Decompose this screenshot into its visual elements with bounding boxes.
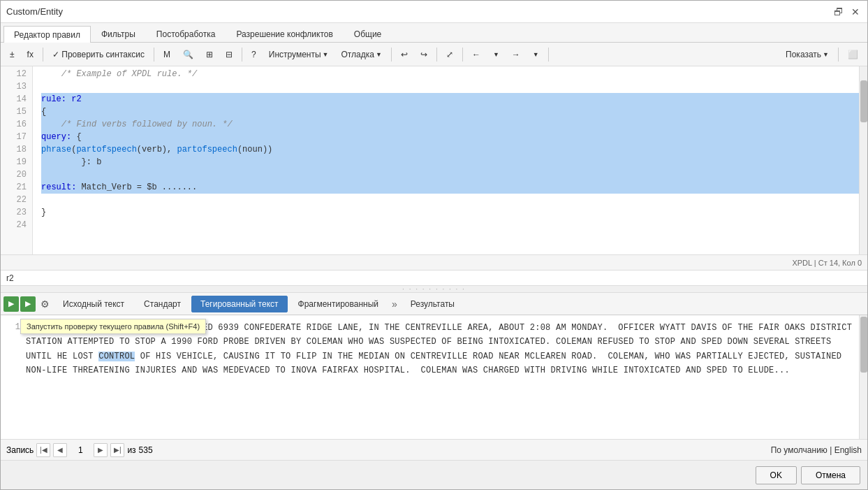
- check-syntax-button[interactable]: ✓ Проверить синтаксис: [47, 48, 149, 62]
- record-label: Запись: [6, 445, 34, 455]
- nav-next-button[interactable]: ▶: [94, 443, 108, 457]
- back-arrow-dropdown[interactable]: ▼: [488, 49, 504, 60]
- forward-arrow-dropdown[interactable]: ▼: [528, 49, 544, 60]
- code-line-18: phrase(partofspeech(verb), partofspeech(…: [41, 143, 859, 156]
- code-line-14: rule: r2: [41, 93, 859, 106]
- code-line-12: /* Example of XPDL rule. */: [41, 68, 859, 80]
- code-line-19: }: b: [41, 156, 859, 168]
- title-bar-controls: 🗗 ✕: [832, 6, 862, 18]
- search-button[interactable]: 🔍: [178, 48, 198, 62]
- editor-scrollbar-thumb[interactable]: [860, 80, 867, 122]
- rule-name-bar: r2: [1, 271, 867, 286]
- back-arrow-icon: ▼: [493, 51, 499, 58]
- play-current-button[interactable]: ▶ Запустить проверку текущего правила (S…: [20, 296, 36, 312]
- separator-2: [154, 48, 154, 62]
- separator-7: [548, 48, 549, 62]
- code-line-20: [41, 168, 859, 181]
- show-dropdown[interactable]: Показать ▼: [781, 48, 834, 62]
- tab-editor[interactable]: Редактор правил: [3, 26, 91, 43]
- nav-prev-button[interactable]: ◀: [53, 443, 67, 457]
- help-button[interactable]: ?: [247, 48, 261, 62]
- redo-button[interactable]: ↪: [415, 48, 432, 62]
- separator-3: [242, 48, 242, 62]
- editor-area: 12 13 14 15 16 17 18 19 20 21 22 23 24 /…: [1, 66, 867, 460]
- line-numbers: 12 13 14 15 16 17 18 19 20 21 22 23 24: [1, 66, 33, 254]
- tooltip: Запустить проверку текущего правила (Shi…: [20, 319, 206, 334]
- debug-dropdown[interactable]: Отладка ▼: [337, 48, 387, 62]
- fx-button[interactable]: fx: [22, 48, 38, 62]
- tab-fragmented[interactable]: Фрагментированный: [289, 296, 388, 312]
- play-button[interactable]: ▶: [3, 296, 19, 312]
- bottom-tabs-bar: ▶ ▶ Запустить проверку текущего правила …: [1, 293, 867, 315]
- separator-5: [436, 48, 437, 62]
- cancel-button[interactable]: Отмена: [801, 466, 860, 484]
- title-bar: Custom/Entity 🗗 ✕: [1, 1, 867, 23]
- nav-bar-right: По умолчанию | English: [771, 445, 862, 455]
- text-scrollbar-thumb[interactable]: [860, 317, 867, 373]
- tab-filters[interactable]: Фильтры: [91, 25, 146, 42]
- nav-bar: Запись |◀ ◀ 1 ▶ ▶| из 535 По умолчанию |…: [1, 439, 867, 460]
- nav-last-button[interactable]: ▶|: [110, 443, 124, 457]
- toolbar-right: Показать ▼ ⬜: [781, 48, 863, 62]
- toolbar: ± fx ✓ Проверить синтаксис M 🔍 ⊞ ⊟ ? Инс…: [1, 43, 867, 66]
- tab-conflicts[interactable]: Разрешение конфликтов: [226, 25, 343, 42]
- m-button[interactable]: M: [159, 48, 175, 62]
- nav-total: 535: [139, 445, 153, 455]
- window-title: Custom/Entity: [6, 6, 63, 17]
- text-content-area: 1 FAIRFAX COUNTY, VA -- POLICE CHARGED 6…: [1, 315, 867, 439]
- separator-1: [43, 48, 43, 62]
- nav-current: 1: [70, 445, 91, 455]
- back-button[interactable]: ←: [467, 48, 485, 62]
- tab-standard[interactable]: Стандарт: [135, 296, 190, 312]
- editor-status: XPDL | Ст 14, Кол 0: [1, 255, 867, 271]
- settings-button[interactable]: ⚙: [37, 296, 52, 312]
- dialog-buttons: OK Отмена: [1, 460, 867, 489]
- tab-results[interactable]: Результаты: [402, 296, 464, 312]
- code-line-15: {: [41, 106, 859, 118]
- nav-first-button[interactable]: |◀: [36, 443, 50, 457]
- code-line-13: [41, 80, 859, 93]
- text-scrollbar[interactable]: [859, 315, 867, 439]
- undo-button[interactable]: ↩: [396, 48, 413, 62]
- text-main[interactable]: 1 FAIRFAX COUNTY, VA -- POLICE CHARGED 6…: [1, 315, 859, 439]
- code-line-23: }: [41, 206, 859, 219]
- code-content[interactable]: /* Example of XPDL rule. */ rule: r2 { /…: [33, 66, 859, 254]
- maximize-editor-button[interactable]: ⬜: [843, 48, 863, 62]
- table-button[interactable]: ⊞: [201, 48, 218, 62]
- resize-handle[interactable]: · · · · · · · · · ·: [1, 286, 867, 293]
- tab-source-text[interactable]: Исходный текст: [54, 296, 133, 312]
- minimize-button[interactable]: 🗗: [832, 6, 845, 18]
- separator-4: [391, 48, 392, 62]
- bottom-panel: ▶ ▶ Запустить проверку текущего правила …: [1, 293, 867, 460]
- grid-button[interactable]: ⊟: [221, 48, 237, 62]
- tab-tagged-text[interactable]: Тегированный текст: [191, 296, 288, 312]
- add-button[interactable]: ±: [5, 48, 20, 62]
- forward-button[interactable]: →: [507, 48, 525, 62]
- text-row-number: 1: [6, 321, 20, 378]
- debug-arrow-icon: ▼: [376, 51, 382, 58]
- more-tabs-icon[interactable]: »: [392, 298, 397, 310]
- tools-dropdown[interactable]: Инструменты ▼: [264, 48, 334, 62]
- code-line-22: [41, 194, 859, 206]
- show-arrow-icon: ▼: [823, 51, 829, 58]
- tab-postprocess[interactable]: Постобработка: [146, 25, 226, 42]
- play-current-icon: ▶: [25, 299, 31, 308]
- rule-name: r2: [6, 273, 14, 283]
- separator-8: [838, 48, 839, 62]
- code-line-21: result: Match_Verb = $b .......: [41, 181, 859, 194]
- external-button[interactable]: ⤢: [441, 48, 458, 62]
- code-line-16: /* Find verbs followed by noun. */: [41, 118, 859, 131]
- tools-arrow-icon: ▼: [323, 51, 329, 58]
- editor-scrollbar[interactable]: [859, 66, 867, 254]
- tab-general[interactable]: Общие: [344, 25, 392, 42]
- lang-label: English: [834, 445, 862, 455]
- code-line-17: query: {: [41, 131, 859, 143]
- play-icon: ▶: [8, 299, 14, 308]
- settings-icon: ⚙: [41, 298, 50, 310]
- code-editor[interactable]: 12 13 14 15 16 17 18 19 20 21 22 23 24 /…: [1, 66, 867, 255]
- separator-6: [462, 48, 463, 62]
- close-button[interactable]: ✕: [849, 6, 862, 18]
- ok-button[interactable]: OK: [756, 466, 797, 484]
- tabs-bar: Редактор правил Фильтры Постобработка Ра…: [1, 23, 867, 43]
- nav-of-label: из: [127, 445, 135, 455]
